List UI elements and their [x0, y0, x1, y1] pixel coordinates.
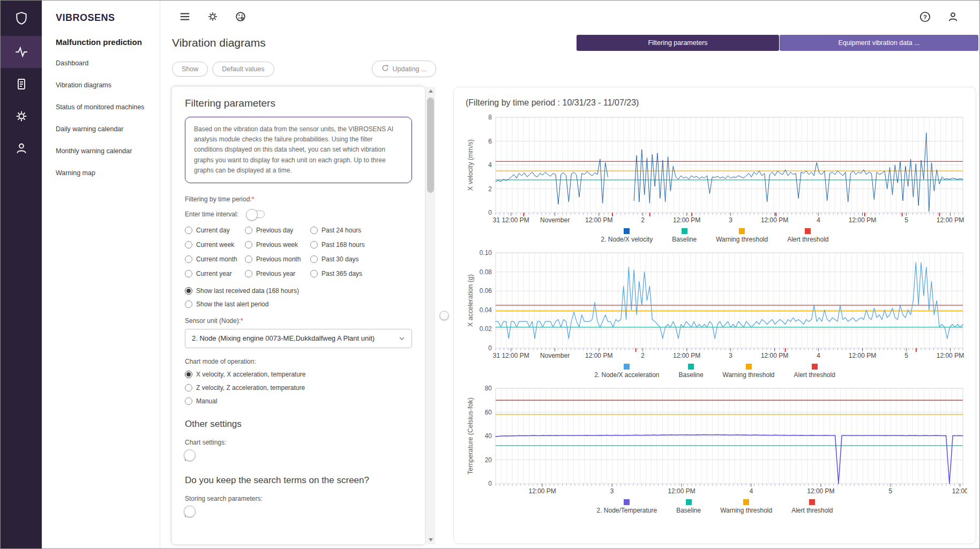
svg-text:0.06: 0.06 — [480, 287, 492, 295]
legend-item[interactable]: Baseline — [679, 364, 704, 379]
radio-past-24-hours[interactable]: Past 24 hours — [310, 227, 412, 234]
legend-label: Alert threshold — [794, 371, 835, 379]
legend-swatch — [624, 364, 630, 370]
gear-icon[interactable] — [1, 100, 42, 132]
icon-rail — [1, 1, 42, 548]
svg-text:12:00 PM: 12:00 PM — [761, 352, 788, 359]
charts-heading: (Filtering by time period : 10/31/23 - 1… — [466, 98, 965, 108]
svg-text:2: 2 — [641, 216, 645, 224]
legend-swatch — [688, 364, 694, 370]
legend-item[interactable]: Baseline — [676, 499, 701, 514]
svg-text:12:00 PM: 12:00 PM — [529, 487, 556, 495]
legend-item[interactable]: Warning threshold — [720, 499, 772, 514]
temperature-chart-block: 02040608012:00 PM312:00 PM412:00 PM512:0… — [465, 384, 965, 514]
svg-text:12:00 PM: 12:00 PM — [807, 487, 834, 495]
sidebar-item-status-of-machines[interactable]: Status of monitored machines — [56, 103, 154, 111]
menu-icon[interactable] — [178, 10, 191, 23]
sidebar-item-vibration-diagrams[interactable]: Vibration diagrams — [56, 81, 154, 89]
splitter-handle[interactable] — [440, 311, 449, 320]
user-icon[interactable] — [1, 132, 42, 164]
radio-previous-month[interactable]: Previous month — [245, 255, 310, 263]
refresh-icon — [381, 64, 389, 73]
svg-text:20: 20 — [485, 456, 492, 464]
time-period-label: Filtering by time period:* — [185, 195, 254, 203]
panel-gap — [435, 87, 453, 544]
palette-icon[interactable] — [234, 10, 247, 23]
tab-equipment-vibration-data[interactable]: Equipment vibration data ... — [780, 35, 978, 51]
svg-text:4: 4 — [817, 216, 820, 224]
scroll-up-arrow[interactable] — [426, 87, 435, 95]
legend-item[interactable]: 2. Node/X velocity — [601, 228, 653, 243]
radio-previous-week[interactable]: Previous week — [245, 241, 310, 249]
radio-show-last-alert[interactable]: Show the last alert period — [185, 300, 412, 308]
updating-button[interactable]: Updating ... — [372, 61, 437, 77]
svg-text:4: 4 — [817, 352, 820, 359]
radio-past-30-days[interactable]: Past 30 days — [310, 255, 412, 263]
sidebar-item-warning-map[interactable]: Warning map — [56, 169, 154, 177]
legend-label: 2. Node/X acceleration — [594, 371, 659, 379]
radio-show-last-data[interactable]: Show last received data (168 hours) — [185, 287, 412, 295]
storing-parameters-toggle[interactable] — [185, 507, 186, 517]
legend-swatch — [812, 364, 818, 370]
legend-label: Alert threshold — [791, 507, 833, 514]
radio-previous-day[interactable]: Previous day — [245, 227, 310, 234]
svg-text:Temperature (Celsius-fok): Temperature (Celsius-fok) — [467, 397, 474, 475]
storing-parameters-label: Storing search parameters: — [185, 495, 263, 502]
radio-mode-x-velocity[interactable]: X velocity, X acceleration, temperature — [185, 371, 412, 378]
svg-text:31 12:00 PM: 31 12:00 PM — [493, 216, 529, 224]
legend-label: Warning threshold — [720, 507, 772, 514]
legend-item[interactable]: Warning threshold — [716, 228, 768, 243]
legend-item[interactable]: 2. Node/Temperature — [596, 499, 657, 514]
sensor-unit-select[interactable]: 2. Node (Mixing engine 0073-ME,Dukkdalfw… — [185, 329, 412, 348]
sidebar-item-daily-warning-calendar[interactable]: Daily warning calendar — [56, 125, 154, 133]
default-values-button[interactable]: Default values — [212, 62, 274, 77]
radio-previous-year[interactable]: Previous year — [245, 270, 310, 277]
chart-settings-toggle[interactable] — [185, 451, 186, 461]
svg-text:November: November — [540, 352, 570, 359]
sidebar: VIBROSENS Malfunction prediction Dashboa… — [42, 1, 160, 548]
scrollbar-thumb[interactable] — [427, 97, 434, 193]
radio-current-week[interactable]: Current week — [185, 241, 245, 249]
legend-item[interactable]: 2. Node/X acceleration — [594, 364, 659, 379]
filter-scrollbar[interactable] — [426, 87, 435, 544]
legend-item[interactable]: Alert threshold — [791, 499, 833, 514]
radio-mode-z-velocity[interactable]: Z velocity, Z acceleration, temperature — [185, 384, 412, 392]
legend-swatch — [624, 228, 630, 234]
x-acceleration-chart[interactable]: 00.020.040.060.080.1031 12:00 PMNovember… — [465, 249, 967, 361]
svg-text:5: 5 — [888, 487, 892, 495]
svg-text:2: 2 — [488, 185, 492, 193]
legend-item[interactable]: Alert threshold — [794, 364, 835, 379]
filter-panel-title: Filtering parameters — [185, 97, 412, 109]
sidebar-item-dashboard[interactable]: Dashboard — [56, 59, 154, 67]
radio-past-168-hours[interactable]: Past 168 hours — [310, 241, 412, 249]
show-button[interactable]: Show — [172, 62, 208, 77]
time-interval-toggle[interactable] — [247, 210, 265, 218]
radio-current-year[interactable]: Current year — [185, 270, 245, 277]
sensor-unit-value: 2. Node (Mixing engine 0073-ME,Dukkdalfw… — [192, 334, 375, 342]
radio-current-month[interactable]: Current month — [185, 255, 245, 263]
activity-icon[interactable] — [1, 36, 42, 68]
content-row: Filtering parameters Based on the vibrat… — [160, 81, 979, 548]
x-velocity-legend: 2. Node/X velocityBaselineWarning thresh… — [465, 228, 965, 243]
svg-text:12:00 PM: 12:00 PM — [849, 216, 876, 224]
user-icon[interactable] — [946, 10, 959, 23]
svg-text:November: November — [540, 216, 570, 224]
radio-current-day[interactable]: Current day — [185, 227, 245, 234]
legend-item[interactable]: Warning threshold — [723, 364, 775, 379]
x-velocity-chart[interactable]: 0246831 12:00 PMNovember12:00 PM212:00 P… — [465, 113, 967, 225]
shield-icon — [1, 1, 42, 36]
svg-text:6: 6 — [488, 138, 492, 145]
radio-past-365-days[interactable]: Past 365 days — [310, 270, 412, 277]
legend-item[interactable]: Alert threshold — [787, 228, 828, 243]
scroll-down-arrow[interactable] — [426, 536, 435, 544]
temperature-chart[interactable]: 02040608012:00 PM312:00 PM412:00 PM512:0… — [465, 384, 967, 497]
legend-swatch — [805, 228, 811, 234]
legend-label: Warning threshold — [716, 236, 768, 243]
legend-item[interactable]: Baseline — [672, 228, 697, 243]
radio-mode-manual[interactable]: Manual — [185, 397, 412, 405]
help-icon[interactable]: ? — [918, 10, 931, 23]
tab-filtering-parameters[interactable]: Filtering parameters — [577, 35, 779, 51]
gear-icon[interactable] — [206, 10, 219, 23]
report-icon[interactable] — [1, 68, 42, 100]
sidebar-item-monthly-warning-calendar[interactable]: Monthly warning calendar — [56, 147, 154, 155]
